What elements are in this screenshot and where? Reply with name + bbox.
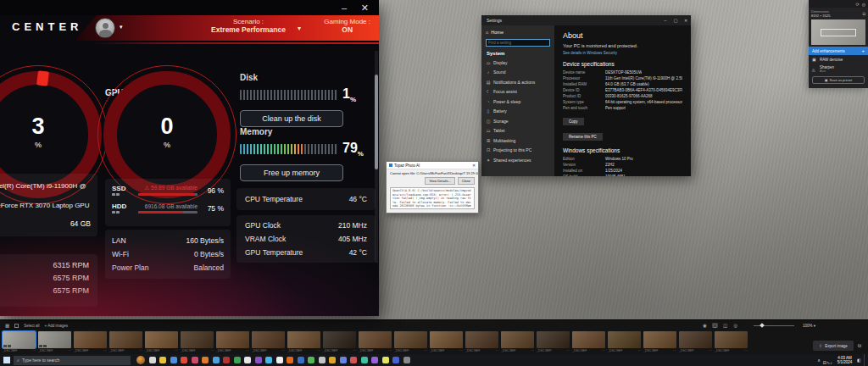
sidebar-item-storage[interactable]: ◫Storage — [486, 116, 550, 126]
gaming-mode-toggle[interactable]: Gaming Mode : ON — [324, 18, 370, 34]
filmstrip-thumbnail[interactable]: _DSC.NEF⋯ — [537, 331, 570, 352]
taskbar-app-icon[interactable] — [276, 357, 283, 363]
taskbar-app-icon[interactable] — [265, 357, 272, 363]
close-icon[interactable]: ✕ — [361, 2, 369, 14]
dialog-close-button[interactable]: Close — [458, 177, 475, 185]
filmstrip-thumbnail[interactable]: _DSC.NEF⋯ — [608, 331, 641, 352]
taskbar-app-icon[interactable] — [244, 357, 251, 363]
filmstrip-thumbnail[interactable]: _DSC.NEF⋯ — [3, 331, 36, 352]
notification-center-icon[interactable]: ◧ — [857, 358, 861, 363]
export-image-button[interactable]: ⇪ Export image — [813, 341, 854, 351]
thumbnail-menu-icon[interactable]: ⋯ — [69, 349, 72, 352]
thumbnail-menu-icon[interactable]: ⋯ — [674, 349, 677, 352]
filmstrip-thumbnail[interactable]: _DSC.NEF⋯ — [252, 331, 285, 352]
thumbnail-menu-icon[interactable]: ⋯ — [531, 349, 535, 352]
taskbar-app-icon[interactable] — [287, 357, 293, 363]
filmstrip-thumbnail[interactable]: _DSC.NEF⋯ — [501, 331, 534, 352]
taskbar-app-icon[interactable] — [136, 356, 145, 364]
maximize-icon[interactable]: ▢ — [670, 18, 681, 23]
sidebar-item-home[interactable]: ⌂ Home — [486, 28, 550, 36]
sidebar-item-multitasking[interactable]: ⊞Multitasking — [486, 136, 550, 146]
avatar-caret-icon[interactable]: ▾ — [120, 24, 123, 30]
add-images-button[interactable]: + Add images — [44, 324, 67, 328]
save-as-preset-button[interactable]: ▣ Save as preset — [812, 76, 865, 84]
thumbnail-menu-icon[interactable]: ⋯ — [425, 349, 428, 352]
settings-search-box[interactable] — [486, 39, 550, 47]
taskbar-app-icon[interactable] — [223, 357, 230, 363]
sidebar-item-shared-experiences[interactable]: ✶Shared experiences — [486, 155, 550, 165]
single-view-icon[interactable]: ◉ — [702, 323, 708, 328]
taskbar-app-icon[interactable] — [329, 357, 336, 363]
sidebar-item-battery[interactable]: ▯Battery — [486, 107, 550, 117]
navigator-preview[interactable] — [811, 19, 865, 45]
taskbar-app-icon[interactable] — [181, 357, 187, 363]
enhancement-raw-denoise[interactable]: ▣RAW denoise — [809, 55, 868, 64]
free-up-memory-button[interactable]: Free up memory — [240, 164, 343, 181]
filmstrip-thumbnail[interactable]: _DSC.NEF⋯ — [287, 331, 320, 352]
thumbnail-menu-icon[interactable]: ⋯ — [603, 349, 606, 352]
taskbar-clock[interactable]: 4:03 AM 5/1/2024 — [835, 356, 855, 364]
compare-view-icon[interactable]: ◎ — [732, 323, 738, 328]
taskbar-app-icon[interactable] — [202, 357, 209, 363]
settings-search-input[interactable] — [487, 41, 549, 45]
avatar[interactable] — [95, 18, 115, 38]
taskbar-app-icon[interactable] — [149, 357, 156, 363]
windows-security-link[interactable]: See details in Windows Security — [563, 51, 682, 55]
external-editor-icon[interactable]: ⧉ — [858, 343, 861, 349]
sidebar-item-tablet[interactable]: ▭Tablet — [486, 126, 550, 136]
scenario-selector[interactable]: Scenario : Extreme Performance — [211, 18, 286, 34]
minimize-icon[interactable]: – — [342, 2, 347, 14]
taskbar-app-icon[interactable] — [170, 357, 177, 363]
thumbnail-menu-icon[interactable]: ⋯ — [104, 349, 108, 352]
taskbar-app-icon[interactable] — [213, 357, 220, 363]
filmstrip-thumbnail[interactable]: _DSC.NEF⋯ — [38, 331, 71, 352]
zoom-slider[interactable] — [754, 325, 794, 326]
filmstrip-thumbnail[interactable]: _DSC.NEF⋯ — [216, 331, 249, 352]
taskbar-app-icon[interactable] — [371, 357, 378, 363]
thumbnail-menu-icon[interactable]: ⋯ — [745, 349, 748, 352]
scenario-caret-icon[interactable]: ▾ — [298, 25, 301, 32]
thumbnail-menu-icon[interactable]: ⋯ — [175, 349, 179, 352]
thumbnail-menu-icon[interactable]: ⋯ — [33, 349, 36, 352]
thumbnail-menu-icon[interactable]: ⋯ — [318, 349, 321, 352]
close-icon[interactable]: ✕ — [681, 18, 691, 23]
filmstrip-thumbnail[interactable]: _DSC.NEF⋯ — [679, 331, 712, 352]
thumbnail-menu-icon[interactable]: ⋯ — [638, 349, 642, 352]
taskbar-app-icon[interactable] — [159, 357, 166, 363]
clean-up-disk-button[interactable]: Clean up the disk — [240, 110, 343, 127]
taskbar-search-box[interactable]: ⌕ Type here to search — [14, 356, 131, 365]
filmstrip-thumbnail[interactable]: _DSC.NEF⋯ — [109, 331, 142, 352]
select-all-label[interactable]: Select all — [24, 324, 39, 328]
taskbar-app-icon[interactable] — [234, 357, 241, 363]
taskbar-app-icon[interactable] — [403, 357, 410, 363]
taskbar-app-icon[interactable] — [319, 357, 326, 363]
sidebar-item-notifications-actions[interactable]: ▤Notifications & actions — [486, 77, 550, 87]
filmstrip-thumbnail[interactable]: _DSC.NEF⋯ — [430, 331, 463, 352]
center-scrollbar-thumb[interactable] — [375, 75, 378, 169]
select-all-checkbox[interactable] — [14, 324, 19, 328]
thumbnail-menu-icon[interactable]: ⋯ — [282, 349, 286, 352]
show-desktop-button[interactable] — [864, 354, 865, 366]
filmstrip-thumbnail[interactable]: _DSC.NEF⋯ — [643, 331, 676, 352]
rename-pc-button[interactable]: Rename this PC — [563, 133, 603, 141]
sidebar-item-sound[interactable]: ♪Sound — [486, 68, 550, 78]
sidebar-item-display[interactable]: ▭Display — [486, 58, 550, 68]
enhancement-sharpen[interactable]: ◬SharpenAuto — [809, 64, 868, 75]
taskbar-app-icon[interactable] — [308, 357, 314, 363]
thumbnail-menu-icon[interactable]: ⋯ — [496, 349, 499, 352]
taskbar-app-icon[interactable] — [298, 357, 304, 363]
view-details-button[interactable]: View Details... — [425, 177, 454, 185]
add-enhancements-button[interactable]: Add enhancements + — [809, 47, 868, 55]
filmstrip-thumbnail[interactable]: _DSC.NEF⋯ — [572, 331, 605, 352]
copy-button[interactable]: Copy — [563, 118, 584, 125]
sidebar-item-projecting-to-this-pc[interactable]: ⊡Projecting to this PC — [486, 146, 550, 156]
sidebar-item-focus-assist[interactable]: ☾Focus assist — [486, 87, 550, 97]
zoom-level-dropdown[interactable]: 100% ▾ — [803, 324, 815, 328]
refresh-icon[interactable]: ⟳ — [855, 2, 859, 7]
tray-expand-icon[interactable]: ∧ — [817, 358, 821, 363]
thumbnail-menu-icon[interactable]: ⋯ — [211, 349, 214, 352]
side-by-side-view-icon[interactable]: ◫ — [722, 323, 728, 328]
account-icon[interactable]: ◎ — [862, 2, 865, 7]
filmstrip-thumbnail[interactable]: _DSC.NEF⋯ — [465, 331, 498, 352]
thumbnail-menu-icon[interactable]: ⋯ — [389, 349, 392, 352]
